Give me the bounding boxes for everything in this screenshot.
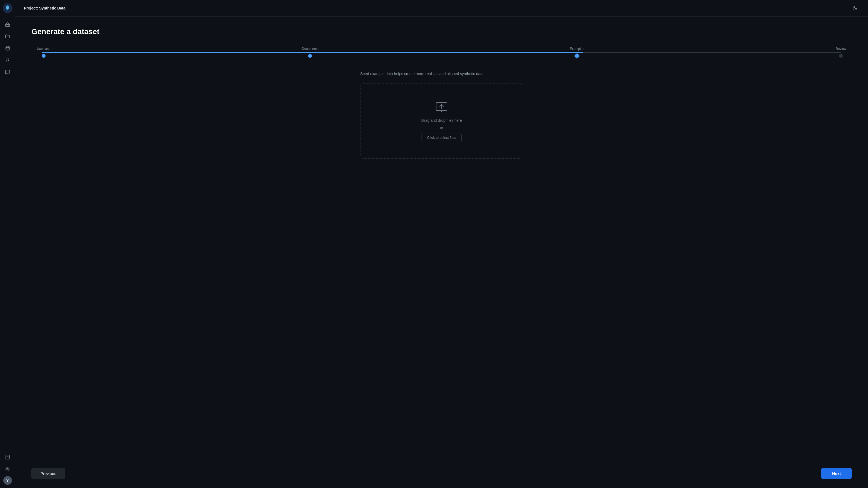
upload-description: Seed example data helps create more real… [360, 71, 523, 77]
topbar: Project: Synthetic Data [15, 0, 868, 17]
sidebar-item-chat[interactable] [3, 67, 12, 77]
step-documents: Documents [302, 47, 318, 58]
page-title: Generate a dataset [31, 27, 852, 36]
sidebar-item-home[interactable] [3, 20, 12, 29]
sidebar-item-users[interactable] [3, 464, 12, 474]
main-content: Project: Synthetic Data Generate a datas… [15, 0, 868, 488]
theme-toggle[interactable] [850, 4, 859, 12]
sidebar-item-datasets[interactable] [3, 43, 12, 53]
step-examples: Examples [570, 47, 584, 58]
step-dot-use-case [42, 54, 45, 58]
drag-drop-text: Drag and drop files here [421, 118, 462, 123]
step-dot-examples [575, 54, 579, 58]
upload-or-text: or [440, 126, 443, 130]
upload-icon [435, 100, 448, 113]
footer-actions: Previous Next [15, 459, 868, 488]
sidebar-item-projects[interactable] [3, 31, 12, 41]
page-content: Generate a dataset Use case Documents Ex… [15, 17, 868, 459]
file-drop-zone[interactable]: Drag and drop files here or Click to sel… [360, 83, 523, 159]
sidebar-bottom: Y [3, 452, 12, 485]
sidebar: Y [0, 0, 15, 488]
select-files-button[interactable]: Click to select files [422, 133, 462, 142]
user-avatar[interactable]: Y [3, 476, 12, 485]
sidebar-item-docs[interactable] [3, 452, 12, 462]
app-logo[interactable] [3, 3, 12, 13]
previous-button[interactable]: Previous [31, 468, 65, 479]
sidebar-item-experiments[interactable] [3, 55, 12, 65]
step-review: Review [836, 47, 846, 58]
progress-stepper: Use case Documents Examples Review [31, 47, 852, 58]
stepper-steps: Use case Documents Examples Review [37, 47, 846, 58]
step-dot-review [839, 54, 843, 58]
svg-point-2 [6, 46, 9, 48]
svg-rect-1 [5, 24, 9, 27]
step-dot-documents [308, 54, 312, 58]
step-use-case: Use case [37, 47, 51, 58]
project-title: Project: Synthetic Data [24, 6, 65, 10]
next-button[interactable]: Next [821, 468, 852, 479]
upload-section: Seed example data helps create more real… [360, 71, 523, 159]
svg-point-8 [6, 467, 8, 469]
